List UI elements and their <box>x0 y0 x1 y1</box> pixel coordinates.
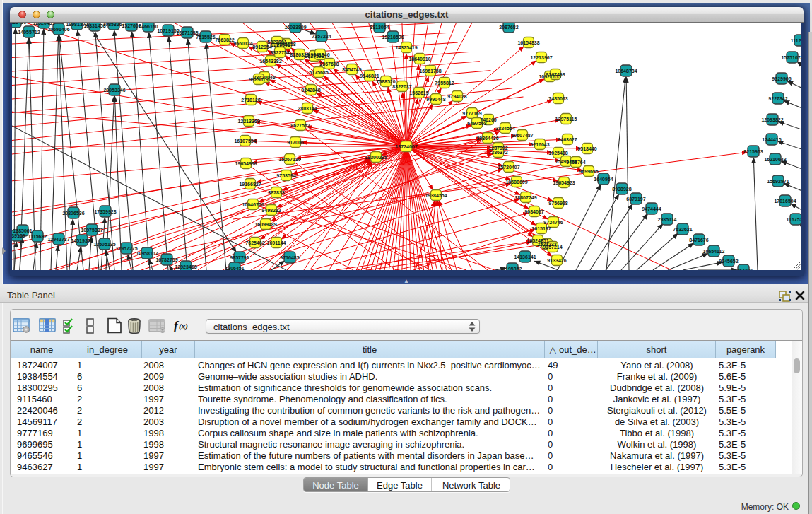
svg-text:10648784: 10648784 <box>615 69 637 74</box>
svg-text:18807249: 18807249 <box>514 195 536 200</box>
svg-text:387833: 387833 <box>268 190 284 195</box>
svg-text:7955812: 7955812 <box>435 81 454 86</box>
svg-text:8322037: 8322037 <box>392 84 411 89</box>
svg-text:9322754: 9322754 <box>270 50 289 55</box>
svg-text:16543382: 16543382 <box>259 59 281 64</box>
svg-text:939159: 939159 <box>12 233 25 238</box>
svg-text:19166827: 19166827 <box>239 182 261 187</box>
svg-text:14055712: 14055712 <box>18 30 40 35</box>
svg-text:1562615: 1562615 <box>409 90 428 95</box>
svg-text:10688609: 10688609 <box>505 180 527 185</box>
svg-text:16210643: 16210643 <box>764 157 786 162</box>
svg-text:9357214: 9357214 <box>543 245 562 250</box>
svg-text:6466160: 6466160 <box>139 24 158 29</box>
svg-text:1640954: 1640954 <box>594 177 613 182</box>
svg-text:1115682: 1115682 <box>28 234 47 239</box>
svg-text:9989619: 9989619 <box>249 77 268 82</box>
svg-text:16154838: 16154838 <box>517 40 539 45</box>
svg-text:7357224: 7357224 <box>312 34 331 39</box>
svg-text:14325419: 14325419 <box>395 45 417 50</box>
svg-text:7515526: 7515526 <box>196 35 215 40</box>
svg-text:1385061: 1385061 <box>13 228 32 233</box>
svg-text:13505135: 13505135 <box>93 242 115 247</box>
svg-text:8471676: 8471676 <box>689 238 708 243</box>
svg-text:6879197: 6879197 <box>626 197 645 201</box>
svg-text:9724746: 9724746 <box>543 220 563 225</box>
svg-text:1691144: 1691144 <box>267 240 286 245</box>
svg-text:16961758: 16961758 <box>419 69 441 74</box>
svg-text:1244415: 1244415 <box>762 137 781 142</box>
svg-text:9329966: 9329966 <box>772 76 791 81</box>
svg-text:9167493: 9167493 <box>546 72 565 77</box>
svg-text:9084067: 9084067 <box>524 209 543 214</box>
svg-text:1167532: 1167532 <box>787 217 801 222</box>
svg-text:18724007: 18724007 <box>395 144 417 149</box>
svg-text:20053346: 20053346 <box>103 88 125 93</box>
svg-text:16099489: 16099489 <box>254 222 276 227</box>
svg-text:8454749: 8454749 <box>342 67 361 72</box>
svg-text:12923468: 12923468 <box>175 264 196 269</box>
svg-text:12213967: 12213967 <box>530 55 552 60</box>
svg-text:10975887: 10975887 <box>81 228 102 233</box>
svg-text:9777169: 9777169 <box>462 111 481 116</box>
svg-text:8938928: 8938928 <box>612 187 631 192</box>
svg-text:1615137: 1615137 <box>531 226 551 231</box>
svg-text:7588520: 7588520 <box>376 79 395 84</box>
svg-text:9474444: 9474444 <box>642 206 661 211</box>
svg-text:8186328: 8186328 <box>290 52 309 57</box>
svg-text:7663822: 7663822 <box>215 37 234 42</box>
svg-text:7625402: 7625402 <box>245 240 264 245</box>
svg-text:9753594: 9753594 <box>276 173 295 178</box>
svg-text:5322891: 5322891 <box>267 40 286 45</box>
svg-text:9146821: 9146821 <box>360 74 379 78</box>
svg-text:19118499: 19118499 <box>12 23 26 25</box>
svg-text:16033809: 16033809 <box>284 25 306 30</box>
svg-text:20206536: 20206536 <box>62 211 84 216</box>
svg-text:10654112: 10654112 <box>703 249 725 254</box>
svg-text:2367608: 2367608 <box>319 62 339 66</box>
svg-text:9464321: 9464321 <box>734 268 753 271</box>
svg-text:9518440: 9518440 <box>577 146 596 151</box>
svg-text:9841546: 9841546 <box>310 52 329 57</box>
svg-text:10046766: 10046766 <box>242 202 264 207</box>
svg-text:12213369: 12213369 <box>237 119 259 124</box>
svg-text:12942737: 12942737 <box>47 237 69 242</box>
svg-text:15720407: 15720407 <box>498 165 519 170</box>
svg-text:1025438: 1025438 <box>548 151 567 156</box>
svg-text:16671355: 16671355 <box>176 30 198 35</box>
svg-text:9242848: 9242848 <box>301 88 320 93</box>
svg-text:9794028: 9794028 <box>447 94 466 99</box>
svg-text:9227342: 9227342 <box>768 96 787 101</box>
svg-text:8912954: 8912954 <box>252 45 271 49</box>
svg-text:9463627: 9463627 <box>558 137 577 142</box>
svg-text:8215953: 8215953 <box>743 149 763 154</box>
svg-text:9699695: 9699695 <box>579 169 598 174</box>
svg-text:9133426: 9133426 <box>547 258 566 263</box>
svg-text:2718126: 2718126 <box>241 98 260 103</box>
svg-text:12093822: 12093822 <box>761 117 783 122</box>
svg-text:9465764: 9465764 <box>566 160 585 165</box>
svg-text:15692971: 15692971 <box>767 179 789 184</box>
svg-text:917006: 917006 <box>287 140 303 145</box>
svg-text:19384554: 19384554 <box>425 193 447 198</box>
svg-text:12975115: 12975115 <box>555 117 577 122</box>
svg-text:3824554: 3824554 <box>495 126 514 131</box>
svg-text:7632621: 7632621 <box>673 227 692 232</box>
svg-text:9498222: 9498222 <box>261 208 281 213</box>
svg-text:2935114: 2935114 <box>658 217 677 222</box>
svg-text:9857791: 9857791 <box>230 255 249 260</box>
svg-text:17359928: 17359928 <box>94 209 116 214</box>
svg-text:18640910: 18640910 <box>408 57 430 62</box>
svg-text:1306451: 1306451 <box>225 266 244 271</box>
svg-text:15751074: 15751074 <box>781 55 801 60</box>
svg-text:12920451: 12920451 <box>33 23 54 25</box>
svg-text:19654936: 19654936 <box>235 161 257 166</box>
svg-text:9660124: 9660124 <box>233 41 252 46</box>
svg-text:17016504: 17016504 <box>774 199 796 204</box>
svg-text:14136141: 14136141 <box>514 255 536 259</box>
svg-text:6216043: 6216043 <box>530 142 549 147</box>
svg-text:18300295: 18300295 <box>365 155 387 160</box>
svg-text:16782759: 16782759 <box>155 257 177 262</box>
svg-text:2087682: 2087682 <box>499 25 518 30</box>
svg-text:7386372: 7386372 <box>488 150 507 155</box>
